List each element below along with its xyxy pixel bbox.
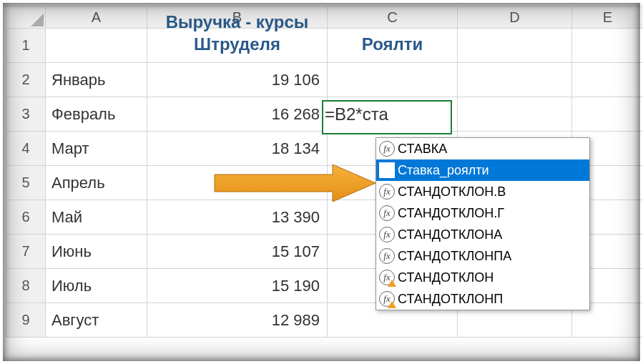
cell-A9[interactable]: Август <box>46 303 147 338</box>
col-header-D[interactable]: D <box>458 6 572 29</box>
row-header-7[interactable]: 7 <box>6 235 46 269</box>
function-deprecated-icon: fx <box>379 270 395 285</box>
autocomplete-item[interactable]: fxСТАНДОТКЛОН.В <box>376 181 589 202</box>
autocomplete-label: СТАВКА <box>398 142 447 157</box>
row-header-6[interactable]: 6 <box>6 200 46 235</box>
cell-A6[interactable]: Май <box>46 200 147 235</box>
row-header-3[interactable]: 3 <box>6 97 46 132</box>
formula-autocomplete: fxСТАВКАСтавка_роялтиfxСТАНДОТКЛОН.ВfxСТ… <box>376 137 590 310</box>
function-icon: fx <box>379 205 395 221</box>
autocomplete-label: СТАНДОТКЛОН.Г <box>398 206 504 221</box>
function-icon: fx <box>379 248 395 264</box>
autocomplete-label: СТАНДОТКЛОНА <box>398 227 502 242</box>
autocomplete-label: Ставка_роялти <box>398 163 489 178</box>
cell-B2[interactable]: 19 106 <box>147 63 328 97</box>
col-header-C[interactable]: C <box>328 6 458 29</box>
cell-A1[interactable] <box>46 29 147 63</box>
cell-C2[interactable] <box>328 63 458 97</box>
cell-C1[interactable]: Роялти <box>328 29 458 63</box>
cell-E1[interactable] <box>572 29 643 63</box>
cell-A3[interactable]: Февраль <box>46 97 147 132</box>
autocomplete-item[interactable]: fxСТАНДОТКЛОНП <box>376 288 589 310</box>
cell-B5[interactable]: 11 500 <box>147 166 328 200</box>
cell-D2[interactable] <box>458 63 572 97</box>
autocomplete-label: СТАНДОТКЛОН <box>398 270 494 285</box>
row-header-9[interactable]: 9 <box>6 303 46 338</box>
cell-E2[interactable] <box>572 63 643 97</box>
function-icon: fx <box>379 227 395 242</box>
cell-A2[interactable]: Январь <box>46 63 147 97</box>
function-icon: fx <box>379 141 395 157</box>
formula-input[interactable]: =B2*ста <box>325 104 388 124</box>
cell-A4[interactable]: Март <box>46 132 147 166</box>
row-header-8[interactable]: 8 <box>6 269 46 303</box>
row-header-2[interactable]: 2 <box>6 63 46 97</box>
autocomplete-item[interactable]: fxСТАНДОТКЛОН.Г <box>376 202 589 224</box>
function-icon: fx <box>379 184 395 200</box>
cell-D3[interactable] <box>458 97 572 132</box>
cell-B6[interactable]: 13 390 <box>147 200 328 235</box>
row-header-5[interactable]: 5 <box>6 166 46 200</box>
autocomplete-item[interactable]: fxСТАНДОТКЛОНПА <box>376 245 589 267</box>
autocomplete-item[interactable]: fxСТАНДОТКЛОНА <box>376 224 589 245</box>
row-header-4[interactable]: 4 <box>6 132 46 166</box>
autocomplete-item[interactable]: Ставка_роялти <box>376 159 589 181</box>
autocomplete-label: СТАНДОТКЛОН.В <box>398 185 506 200</box>
autocomplete-item[interactable]: fxСТАВКА <box>376 138 589 159</box>
select-all-corner[interactable] <box>6 6 46 29</box>
autocomplete-item[interactable]: fxСТАНДОТКЛОН <box>376 267 589 288</box>
col-header-E[interactable]: E <box>572 6 643 29</box>
cell-A5[interactable]: Апрель <box>46 166 147 200</box>
cell-B1[interactable]: Выручка - курсы Штруделя <box>147 29 328 63</box>
cell-B9[interactable]: 12 989 <box>147 303 328 338</box>
autocomplete-label: СТАНДОТКЛОНП <box>398 292 503 307</box>
cell-A8[interactable]: Июль <box>46 269 147 303</box>
cell-B4[interactable]: 18 134 <box>147 132 328 166</box>
cell-D1[interactable] <box>458 29 572 63</box>
row-header-1[interactable]: 1 <box>6 29 46 63</box>
col-header-A[interactable]: A <box>46 6 147 29</box>
function-deprecated-icon: fx <box>379 291 395 307</box>
cell-B7[interactable]: 15 107 <box>147 235 328 269</box>
named-range-icon <box>379 162 395 178</box>
cell-B3[interactable]: 16 268 <box>147 97 328 132</box>
cell-E3[interactable] <box>572 97 643 132</box>
cell-B8[interactable]: 15 190 <box>147 269 328 303</box>
autocomplete-label: СТАНДОТКЛОНПА <box>398 249 511 264</box>
cell-A7[interactable]: Июнь <box>46 235 147 269</box>
